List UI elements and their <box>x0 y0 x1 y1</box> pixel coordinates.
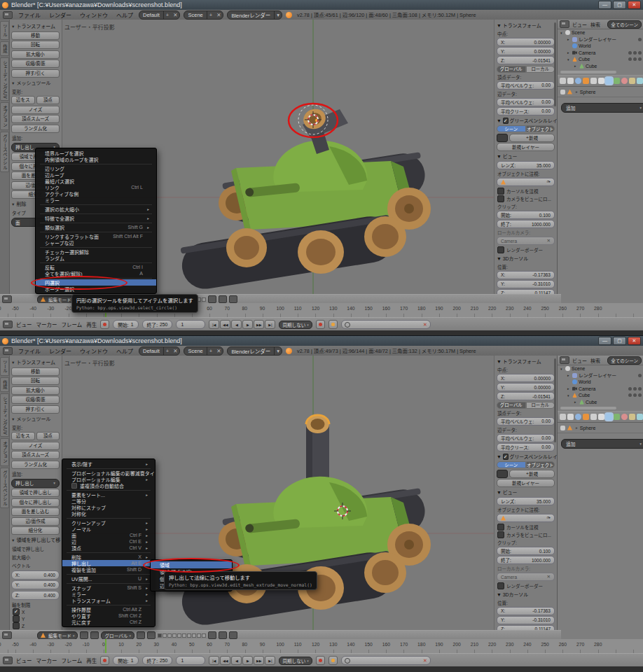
timeline-menu[interactable]: 再生 <box>86 657 97 664</box>
panel-header-operator[interactable]: ▼ 領域を押し出して移 <box>10 535 62 544</box>
editor-type-icon[interactable] <box>2 295 12 303</box>
menu-item[interactable]: 辺 Ctrl E ▸ <box>62 538 155 545</box>
properties-tab-icon[interactable] <box>621 78 628 84</box>
scrollbar-horizontal[interactable] <box>560 407 616 410</box>
shading-dropdown-icon[interactable] <box>80 631 88 639</box>
record-icon[interactable] <box>316 320 325 329</box>
render-opengl-icon[interactable] <box>229 295 237 303</box>
keying-search-field[interactable]: ✕ <box>341 656 431 665</box>
playback-button[interactable]: ▶▶ <box>254 656 264 665</box>
shelf-button[interactable]: 辺をス <box>11 96 35 104</box>
minimize-button[interactable]: — <box>598 1 611 9</box>
layer-grid[interactable] <box>158 634 206 638</box>
menu-item[interactable]: ミラー ▸ <box>62 591 155 597</box>
playback-button[interactable]: |◀ <box>209 320 219 329</box>
checkbox-checked[interactable]: ✓ <box>503 454 509 460</box>
scene-selector[interactable]: Scene +✕ <box>184 346 223 356</box>
render-engine-selector[interactable]: Blenderレンダー▾ <box>227 346 282 356</box>
menu-item[interactable]: チェッカー選択解除 <box>36 248 156 255</box>
record-icon[interactable] <box>316 656 325 665</box>
timeline-menu[interactable]: マーカー <box>36 657 57 664</box>
shelf-button[interactable]: 辺をス <box>11 432 35 440</box>
shelf-button[interactable]: 頂点 <box>36 96 60 104</box>
timeline-menu[interactable]: マーカー <box>36 321 57 328</box>
properties-tab-icon[interactable] <box>614 78 620 84</box>
properties-tab-icon[interactable] <box>598 78 604 84</box>
lock-object-field[interactable]: ✑ <box>497 178 555 186</box>
sync-dropdown[interactable]: 同期しない▾ <box>279 657 312 665</box>
menu-item[interactable] <box>40 278 152 279</box>
menu-item[interactable]: ヘルプ <box>114 347 135 355</box>
playback-button[interactable]: ◀ <box>231 320 242 329</box>
panel-header-meshtools[interactable]: ▼ メッシュツール <box>10 414 62 423</box>
properties-tab-icon[interactable] <box>621 414 628 420</box>
properties-tab-icon[interactable] <box>583 414 589 420</box>
shelf-tab[interactable]: 作成 <box>0 41 9 56</box>
manipulator-rotate-icon[interactable] <box>147 631 155 639</box>
shelf-button[interactable]: 押す/引く <box>11 69 60 78</box>
menu-item[interactable]: 二等分 <box>62 498 155 504</box>
frame-end-field[interactable]: 終了:250 <box>142 656 173 665</box>
add-modifier-dropdown[interactable]: 追加▾ <box>561 103 643 113</box>
menu-item[interactable]: ボーダー選択 <box>36 286 156 292</box>
menu-item[interactable]: レンダー <box>47 347 74 355</box>
scrollbar[interactable] <box>554 358 556 442</box>
shelf-button[interactable]: 収縮/膨張 <box>11 396 60 404</box>
new-button[interactable]: + 新規 <box>509 134 555 142</box>
panel-header-view[interactable]: ▼ ビュー <box>495 151 557 160</box>
axis-checkbox[interactable]: ✓Y <box>10 615 62 622</box>
editor-type-icon[interactable] <box>3 11 13 19</box>
menu-item[interactable]: 要素をソート... ▸ <box>62 491 155 498</box>
menu-item[interactable] <box>40 204 152 205</box>
playback-button[interactable]: |◀ <box>209 656 219 665</box>
editor-type-icon[interactable] <box>3 321 13 328</box>
close-button[interactable]: ✕ <box>628 1 641 9</box>
menu-item[interactable]: スナップ Shift S ▸ <box>62 584 155 591</box>
extrude-dropdown[interactable]: 押し出し▾ <box>11 479 60 488</box>
outliner-row[interactable]: ▸ レンダーレイヤー <box>558 36 643 43</box>
outliner-row[interactable]: ▸ Cube <box>558 399 643 406</box>
menu-item[interactable]: プロポーショナル編集 ▸ <box>62 476 155 482</box>
lock-camera-checkbox[interactable]: ✓カメラをビューにロ... <box>495 531 557 539</box>
editor-type-icon[interactable] <box>3 657 13 664</box>
lock-object-field[interactable]: ✑ <box>497 514 555 522</box>
menu-item[interactable]: 操作履歴 Ctrl Alt Z <box>62 606 155 612</box>
menu-item[interactable]: リンク Ctrl L <box>36 184 156 190</box>
properties-tab-icon[interactable] <box>637 78 643 84</box>
shelf-button[interactable]: 移動 <box>11 31 60 40</box>
number-field[interactable]: 終了:1000.000 <box>497 556 555 564</box>
menu-item[interactable]: ミラー <box>36 197 156 203</box>
playback-button[interactable]: ◀◀ <box>220 656 230 665</box>
menu-item[interactable]: 元に戻す Ctrl Z <box>62 619 155 625</box>
scrollbar[interactable] <box>554 22 556 106</box>
playback-button[interactable]: ▶ <box>242 320 253 329</box>
autokey-icon[interactable] <box>100 656 109 665</box>
number-field[interactable]: Y:0.400 <box>11 580 60 589</box>
shelf-button[interactable]: ノイズ <box>11 106 60 114</box>
properties-tab-icon[interactable] <box>560 78 566 84</box>
outliner-row[interactable]: World <box>558 379 643 386</box>
snap-magnet-icon[interactable] <box>219 295 227 303</box>
menu-item[interactable] <box>40 223 152 223</box>
menu-item[interactable]: 表示/隠す ▸ <box>62 461 155 467</box>
outliner-row[interactable]: ▸ Camera <box>558 50 643 57</box>
properties-tab-icon[interactable] <box>567 414 574 420</box>
timeline-menu[interactable]: ビュー <box>16 321 32 328</box>
lock-icon[interactable] <box>208 295 216 303</box>
axis-checkbox[interactable]: ✓X <box>10 608 62 615</box>
properties-tab-icon[interactable] <box>598 414 604 420</box>
lock-icon[interactable] <box>208 631 216 639</box>
menu-item[interactable] <box>67 468 151 469</box>
shelf-button[interactable]: 頂点スムーズ <box>11 115 60 123</box>
outliner-row[interactable]: ▸ Camera <box>558 386 643 393</box>
menu-item[interactable]: ファイル <box>16 347 43 355</box>
shelf-tab[interactable]: グリースペンシル <box>0 468 9 508</box>
number-field[interactable]: 平均クリース:0.00 <box>497 443 555 451</box>
menu-item[interactable]: トランスフォーム ▸ <box>62 597 155 603</box>
number-field[interactable]: Y:-0.31010 <box>497 616 555 624</box>
outliner-row[interactable]: ▾ Scene <box>558 365 643 372</box>
number-field[interactable]: X:-0.17363 <box>497 271 555 279</box>
keying-set-icon[interactable] <box>329 656 338 665</box>
properties-tab-icon[interactable] <box>567 78 574 84</box>
shelf-button[interactable]: ノイズ <box>11 442 60 450</box>
